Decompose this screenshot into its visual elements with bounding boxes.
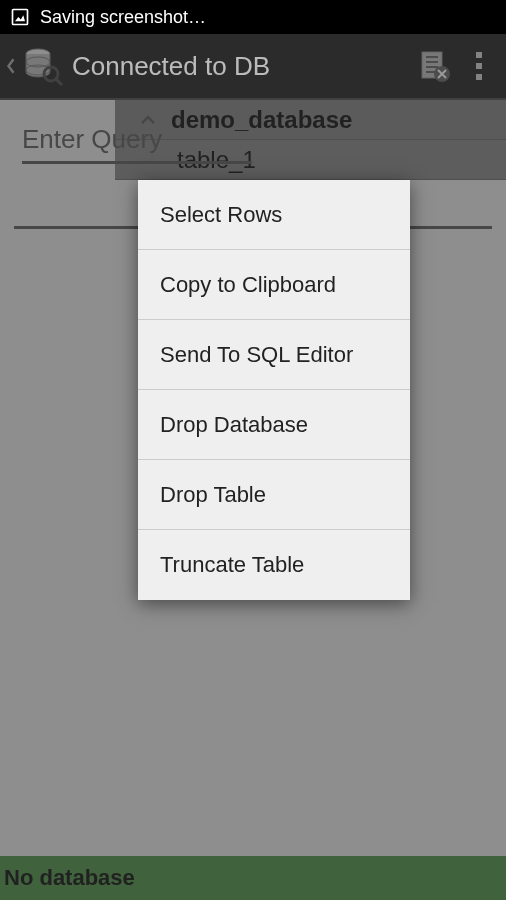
menu-item-label: Copy to Clipboard	[160, 272, 336, 298]
context-menu: Select Rows Copy to Clipboard Send To SQ…	[138, 180, 410, 600]
menu-item-label: Select Rows	[160, 202, 282, 228]
menu-item-select-rows[interactable]: Select Rows	[138, 180, 410, 250]
menu-item-label: Send To SQL Editor	[160, 342, 353, 368]
menu-item-label: Drop Database	[160, 412, 308, 438]
menu-item-send-sql-editor[interactable]: Send To SQL Editor	[138, 320, 410, 390]
menu-item-drop-database[interactable]: Drop Database	[138, 390, 410, 460]
status-bar-overlay	[0, 0, 506, 34]
menu-item-label: Truncate Table	[160, 552, 304, 578]
menu-item-truncate-table[interactable]: Truncate Table	[138, 530, 410, 600]
menu-item-copy-clipboard[interactable]: Copy to Clipboard	[138, 250, 410, 320]
menu-item-drop-table[interactable]: Drop Table	[138, 460, 410, 530]
action-bar-dim	[0, 34, 506, 100]
menu-item-label: Drop Table	[160, 482, 266, 508]
